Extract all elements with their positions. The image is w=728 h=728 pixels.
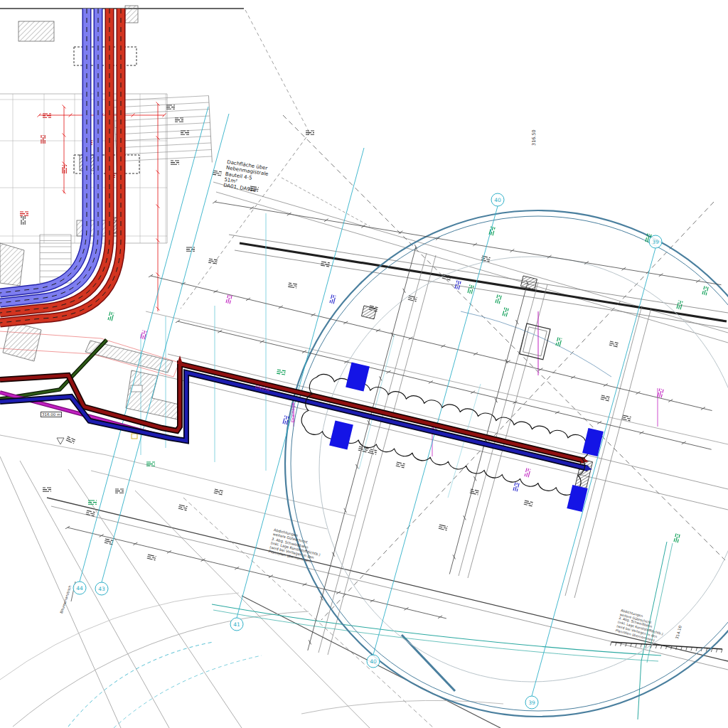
axis-bubble: 40	[491, 193, 504, 206]
svg-text:44: 44	[76, 585, 83, 592]
svg-text:39: 39	[528, 700, 535, 706]
cad-canvas: 44434140403939 D	[0, 0, 728, 728]
axis-bubble: 41	[230, 618, 243, 631]
grid-axis-bubbles: 44434140403939	[73, 193, 662, 709]
axis-bubble: 40	[367, 655, 380, 668]
site-circle-faint	[319, 257, 728, 682]
svg-text:40: 40	[370, 658, 377, 665]
highlight-rect	[329, 420, 353, 449]
svg-text:40: 40	[494, 197, 501, 203]
svg-text:43: 43	[98, 586, 105, 592]
highlight-rect	[346, 362, 370, 391]
pipes	[0, 9, 593, 473]
drainage-label: Drainage	[290, 403, 295, 422]
highlight-rect	[567, 485, 587, 512]
elevation-316-00: 316.00 m	[41, 412, 62, 417]
axis-bubble: 44	[73, 582, 86, 594]
elevation-316-50: 316.50	[532, 129, 537, 146]
highlight-rect	[582, 428, 604, 456]
svg-text:39: 39	[652, 239, 659, 245]
axis-bubble: 39	[649, 235, 662, 248]
axis-bubble: 39	[525, 696, 538, 709]
svg-text:41: 41	[233, 621, 240, 628]
axis-bubble: 43	[95, 582, 108, 595]
